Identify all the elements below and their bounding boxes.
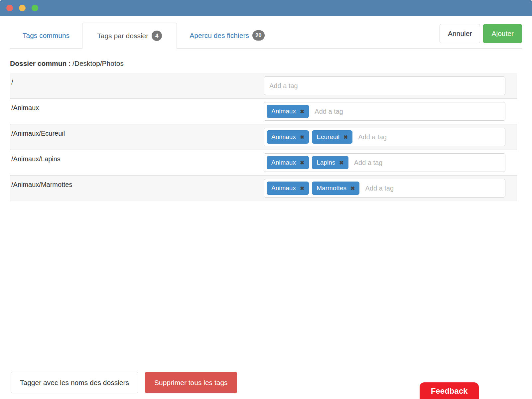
remove-all-tags-button[interactable]: Supprimer tous les tags bbox=[145, 372, 237, 393]
tab-tags-par-dossier[interactable]: Tags par dossier 4 bbox=[82, 23, 177, 49]
tag-label: Ecureuil bbox=[317, 133, 339, 141]
common-folder-separator: : bbox=[66, 60, 72, 67]
header-actions: Annuler Ajouter bbox=[440, 24, 522, 43]
remove-tag-icon[interactable]: ✖ bbox=[339, 160, 343, 166]
folder-path: / bbox=[11, 76, 264, 95]
folder-tag-table: / /Animaux Animaux✖ /Animaux/Ecureuil An… bbox=[10, 73, 517, 201]
table-row: /Animaux/Ecureuil Animaux✖Ecureuil✖ bbox=[10, 124, 517, 150]
add-tag-input[interactable] bbox=[267, 79, 502, 92]
remove-tag-icon[interactable]: ✖ bbox=[300, 108, 304, 115]
remove-tag-icon[interactable]: ✖ bbox=[300, 160, 304, 166]
common-folder-heading: Dossier commun : /Desktop/Photos bbox=[10, 60, 522, 67]
feedback-button[interactable]: Feedback bbox=[420, 382, 479, 399]
add-tag-input[interactable] bbox=[351, 156, 502, 169]
tab-label: Tags communs bbox=[23, 32, 69, 40]
tag-chip: Animaux✖ bbox=[267, 156, 309, 169]
folder-path: /Animaux/Marmottes bbox=[11, 179, 264, 198]
common-folder-path: /Desktop/Photos bbox=[72, 60, 124, 67]
folder-path: /Animaux/Ecureuil bbox=[11, 128, 264, 146]
common-folder-label: Dossier commun bbox=[10, 60, 66, 67]
table-row: / bbox=[10, 73, 517, 98]
tag-input-box[interactable]: Animaux✖Ecureuil✖ bbox=[264, 128, 505, 146]
tag-label: Lapins bbox=[317, 159, 335, 166]
tag-input-box[interactable] bbox=[264, 76, 505, 95]
tag-input-box[interactable]: Animaux✖Marmottes✖ bbox=[264, 179, 505, 198]
tag-chip: Marmottes✖ bbox=[312, 182, 359, 195]
window-titlebar bbox=[0, 0, 532, 16]
tab-label: Tags par dossier bbox=[97, 32, 148, 40]
cancel-button[interactable]: Annuler bbox=[440, 24, 480, 43]
remove-tag-icon[interactable]: ✖ bbox=[300, 185, 304, 192]
tag-label: Animaux bbox=[271, 133, 296, 141]
tag-input-box[interactable]: Animaux✖Lapins✖ bbox=[264, 153, 505, 172]
close-window-button[interactable] bbox=[6, 5, 13, 11]
remove-tag-icon[interactable]: ✖ bbox=[300, 134, 304, 140]
tab-count-badge: 20 bbox=[252, 30, 265, 41]
folder-path: /Animaux/Lapins bbox=[11, 153, 264, 172]
tab-count-badge: 4 bbox=[152, 31, 162, 41]
tag-label: Marmottes bbox=[317, 185, 346, 192]
tag-label: Animaux bbox=[271, 185, 296, 192]
table-row: /Animaux Animaux✖ bbox=[10, 98, 517, 124]
tag-chip: Ecureuil✖ bbox=[312, 130, 352, 144]
header-row: Tags communs Tags par dossier 4 Apercu d… bbox=[10, 23, 522, 49]
add-tag-input[interactable] bbox=[355, 131, 502, 144]
remove-tag-icon[interactable]: ✖ bbox=[350, 185, 355, 192]
add-tag-input[interactable] bbox=[312, 105, 502, 118]
folder-path: /Animaux bbox=[11, 102, 264, 121]
zoom-window-button[interactable] bbox=[32, 5, 38, 11]
tag-chip: Lapins✖ bbox=[312, 156, 348, 169]
tag-label: Animaux bbox=[271, 108, 296, 115]
tag-label: Animaux bbox=[271, 159, 296, 166]
add-button[interactable]: Ajouter bbox=[483, 24, 522, 43]
table-row: /Animaux/Marmottes Animaux✖Marmottes✖ bbox=[10, 175, 517, 201]
tag-with-folder-names-button[interactable]: Tagger avec les noms des dossiers bbox=[11, 372, 138, 393]
remove-tag-icon[interactable]: ✖ bbox=[343, 134, 348, 140]
footer-actions: Tagger avec les noms des dossiers Suppri… bbox=[11, 372, 237, 393]
tab-tags-communs[interactable]: Tags communs bbox=[10, 23, 82, 48]
tag-chip: Animaux✖ bbox=[267, 105, 309, 118]
tag-input-box[interactable]: Animaux✖ bbox=[264, 102, 505, 121]
tab-apercu-des-fichiers[interactable]: Apercu des fichiers 20 bbox=[177, 23, 277, 48]
minimize-window-button[interactable] bbox=[19, 5, 26, 11]
tag-chip: Animaux✖ bbox=[267, 130, 309, 144]
table-row: /Animaux/Lapins Animaux✖Lapins✖ bbox=[10, 150, 517, 175]
tag-chip: Animaux✖ bbox=[267, 182, 309, 195]
tab-label: Apercu des fichiers bbox=[190, 32, 249, 40]
add-tag-input[interactable] bbox=[362, 182, 502, 195]
